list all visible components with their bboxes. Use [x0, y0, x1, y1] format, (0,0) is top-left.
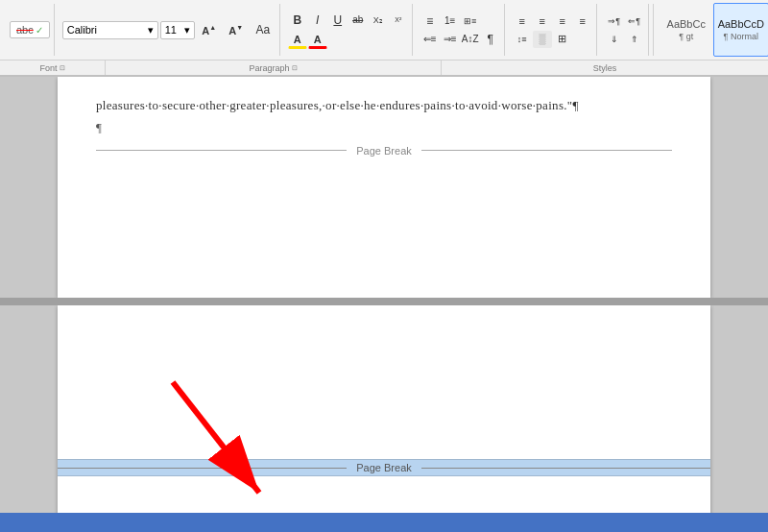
- spelling-group: abc ✓: [6, 4, 55, 56]
- strikethrough-button[interactable]: ab: [348, 12, 368, 29]
- ribbon: abc ✓ Calibri ▾ 11 ▾ A▲ A▼ Aa: [0, 0, 768, 77]
- ribbon-labels: Font ⊡ Paragraph ⊡ Styles: [0, 60, 768, 75]
- bullets-button[interactable]: ≡: [420, 12, 440, 30]
- decrease-indent-button[interactable]: ⇐≡: [420, 31, 440, 48]
- page-break-selected: Page Break: [58, 459, 710, 476]
- document-area: pleasures·to·secure·other·greater·pleasu…: [0, 77, 768, 513]
- font-name-value: Calibri: [67, 24, 97, 36]
- page-break-label-1: Page Break: [347, 145, 420, 157]
- spelling-button[interactable]: abc ✓: [10, 21, 50, 38]
- page-separator: [0, 298, 768, 305]
- shading-button[interactable]: ░: [533, 31, 552, 48]
- font-dropdown-arrow: ▾: [148, 24, 154, 36]
- text-highlight-button[interactable]: A: [288, 32, 307, 49]
- font-color-button[interactable]: A: [308, 32, 327, 49]
- shrink-font-button[interactable]: A▼: [224, 18, 249, 41]
- page-break-label-2: Page Break: [347, 462, 420, 473]
- extra-group: ⇒¶ ⇐¶ ⇓ ⇑: [601, 4, 649, 56]
- borders-button[interactable]: ⊞: [553, 31, 572, 48]
- extra-btn1[interactable]: ⇓: [605, 31, 624, 48]
- subscript-button[interactable]: X₂: [369, 12, 388, 29]
- style-gt-preview: AaBbCc: [667, 18, 706, 30]
- page-2: Page Break: [58, 305, 710, 513]
- page-1-content: pleasures·to·secure·other·greater·pleasu…: [58, 77, 710, 185]
- grow-font-icon: A▲: [202, 24, 216, 36]
- italic-button[interactable]: I: [308, 12, 327, 29]
- paragraph-label: Paragraph ⊡: [106, 60, 442, 75]
- style-gt-label: ¶ gt: [679, 32, 693, 41]
- align-right-button[interactable]: ≡: [553, 12, 572, 30]
- extra-btn2[interactable]: ⇑: [625, 31, 644, 48]
- annotation-arrow: [134, 353, 326, 513]
- paragraph-mark-1: ¶: [96, 120, 672, 135]
- style-normal-gt[interactable]: AaBbCc ¶ gt: [661, 3, 711, 57]
- rtl-button[interactable]: ⇐¶: [625, 12, 644, 30]
- numbered-list-button[interactable]: 1≡: [441, 12, 460, 30]
- line-spacing-button[interactable]: ↕≡: [513, 31, 532, 48]
- status-bar: [0, 513, 768, 532]
- page-break-1: Page Break: [96, 145, 672, 157]
- checkmark-icon: ✓: [36, 25, 43, 36]
- style-normal-preview: AaBbCcD: [718, 18, 764, 30]
- size-dropdown-arrow: ▾: [184, 24, 190, 36]
- ltr-button[interactable]: ⇒¶: [605, 12, 624, 30]
- page-1-text: pleasures·to·secure·other·greater·pleasu…: [96, 96, 672, 116]
- font-group: Calibri ▾ 11 ▾ A▲ A▼ Aa: [59, 4, 280, 56]
- font-size-selector[interactable]: 11 ▾: [160, 21, 195, 39]
- font-size-value: 11: [165, 24, 177, 36]
- font-name-selector[interactable]: Calibri ▾: [62, 21, 158, 39]
- page-1: pleasures·to·secure·other·greater·pleasu…: [58, 77, 710, 298]
- text-format-group: B I U ab X₂ X² A A: [284, 4, 413, 56]
- font-expand-icon: ⊡: [60, 64, 65, 72]
- justify-button[interactable]: ≡: [573, 12, 592, 30]
- paragraph-expand-icon: ⊡: [292, 64, 298, 72]
- grow-font-button[interactable]: A▲: [197, 18, 222, 41]
- clear-format-icon: Aa: [255, 23, 270, 36]
- show-formatting-button[interactable]: ¶: [481, 31, 500, 48]
- superscript-button[interactable]: X²: [389, 12, 408, 29]
- multilevel-list-button[interactable]: ⊞≡: [461, 12, 480, 30]
- font-label: Font ⊡: [0, 60, 106, 75]
- sort-button[interactable]: A↕Z: [461, 31, 480, 48]
- align-left-button[interactable]: ≡: [513, 12, 532, 30]
- page-2-break-container: Page Break: [58, 459, 710, 476]
- bold-button[interactable]: B: [288, 12, 307, 29]
- alignment-group: ≡ ≡ ≡ ≡ ↕≡ ░ ⊞: [509, 4, 597, 56]
- clear-format-button[interactable]: Aa: [251, 18, 276, 41]
- underline-button[interactable]: U: [328, 12, 348, 29]
- increase-indent-button[interactable]: ⇒≡: [441, 31, 460, 48]
- styles-panel: AaBbCc ¶ gt AaBbCcD ¶ Normal AaBbCcD ¶ N…: [653, 4, 768, 56]
- style-normal[interactable]: AaBbCcD ¶ Normal: [713, 3, 768, 57]
- styles-bottom-label: Styles: [442, 60, 768, 75]
- spelling-abc-text: abc: [16, 24, 34, 36]
- align-center-button[interactable]: ≡: [533, 12, 552, 30]
- shrink-font-icon: A▼: [228, 24, 243, 36]
- style-normal-label: ¶ Normal: [724, 32, 758, 41]
- list-group: ≡ 1≡ ⊞≡ ⇐≡ ⇒≡ A↕Z ¶: [417, 4, 505, 56]
